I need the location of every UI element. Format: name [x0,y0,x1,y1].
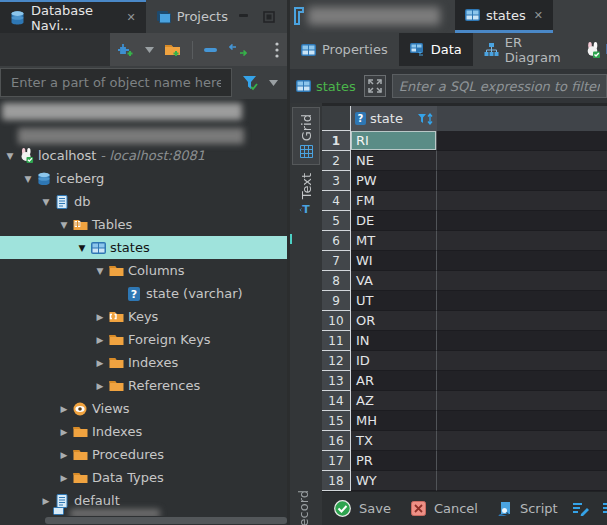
add-row-icon[interactable] [602,502,607,516]
tree-item-data-types[interactable]: ▶Data Types [0,466,287,489]
tree-item-iceberg[interactable]: ▼iceberg [0,167,287,190]
collapse-arrow-icon[interactable]: ▼ [3,151,17,161]
collapse-arrow-icon[interactable]: ▼ [39,197,53,207]
row-number[interactable]: 17 [322,451,351,471]
new-connection-icon[interactable] [118,42,135,58]
column-filter-sort-icon[interactable] [418,113,433,125]
tree-item-columns[interactable]: ▼Columns [0,259,287,282]
tree-item-views[interactable]: ▶Views [0,397,287,420]
minimize-icon[interactable] [238,12,249,22]
expand-arrow-icon[interactable]: ▶ [57,473,71,483]
tree-item-localhost[interactable]: ▼localhost- localhost:8081 [0,144,287,167]
row-number[interactable]: 6 [322,231,351,251]
tree-item-indexes[interactable]: ▶Indexes [0,351,287,374]
cell-state[interactable]: PR [351,451,437,471]
record-toggle[interactable]: Record [296,490,311,525]
expand-arrow-icon[interactable]: ▶ [57,404,71,414]
edit-rows-icon[interactable] [572,502,590,516]
cell-state[interactable]: ID [351,351,437,371]
expand-arrow-icon[interactable]: ▶ [93,335,107,345]
tab-states-editor[interactable]: states ✕ [455,0,553,33]
cancel-button[interactable]: Cancel [405,501,484,516]
maximize-icon[interactable] [263,11,275,23]
tab-grid-presentation[interactable]: Grid [292,107,320,165]
dropdown-chevron-icon[interactable] [145,47,154,53]
overflow-menu-icon[interactable] [275,42,279,58]
cell-state[interactable]: TX [351,431,437,451]
collapse-arrow-icon[interactable]: ▼ [21,174,35,184]
row-number[interactable]: 15 [322,411,351,431]
new-project-icon[interactable] [164,42,182,57]
tab-er-diagram[interactable]: ER Diagram [473,33,585,66]
cell-state[interactable]: WY [351,471,437,491]
cell-state[interactable]: PW [351,171,437,191]
tree-item-state-varchar-[interactable]: ?state (varchar) [0,282,287,305]
row-number[interactable]: 2 [322,151,351,171]
row-number[interactable]: 10 [322,311,351,331]
sql-filter-input[interactable] [392,74,607,98]
tree-item-db[interactable]: ▼db [0,190,287,213]
tree-horizontal-scrollbar[interactable] [0,516,287,525]
save-button[interactable]: Save [328,500,397,517]
row-number[interactable]: 14 [322,391,351,411]
tree-item-foreign-keys[interactable]: ▶Foreign Keys [0,328,287,351]
cell-state[interactable]: RI [351,131,437,151]
collapse-arrow-icon[interactable]: ▼ [93,266,107,276]
collapse-arrow-icon[interactable]: ▼ [57,220,71,230]
tab-properties[interactable]: Properties [290,33,399,66]
row-number[interactable]: 12 [322,351,351,371]
cell-state[interactable]: UT [351,291,437,311]
filter-funnel-icon[interactable] [242,75,259,91]
cell-state[interactable]: DE [351,211,437,231]
search-options-chevron-icon[interactable] [269,80,278,86]
script-button[interactable]: Script [492,501,564,517]
expand-arrow-icon[interactable]: ▶ [93,381,107,391]
row-number[interactable]: 18 [322,471,351,491]
maximize-results-icon[interactable] [364,75,386,97]
cell-state[interactable]: NE [351,151,437,171]
cell-state[interactable]: OR [351,311,437,331]
tree-item-keys[interactable]: ▶Keys [0,305,287,328]
cell-state[interactable]: AZ [351,391,437,411]
row-number[interactable]: 9 [322,291,351,311]
cell-state[interactable]: AR [351,371,437,391]
close-icon[interactable]: ✕ [534,9,543,22]
tree-item-indexes[interactable]: ▶Indexes [0,420,287,443]
expand-arrow-icon[interactable]: ▶ [93,358,107,368]
tree-item-states[interactable]: ▼states [0,236,287,259]
cell-state[interactable]: VA [351,271,437,291]
grid-corner-cell[interactable] [322,106,351,131]
tab-data[interactable]: Data [399,33,473,66]
collapse-all-icon[interactable] [203,45,219,55]
tree-item-procedures[interactable]: ▶Procedures [0,443,287,466]
row-number[interactable]: 11 [322,331,351,351]
tree-item-tables[interactable]: ▼Tables [0,213,287,236]
close-icon[interactable]: ✕ [127,11,136,24]
tab-database-navigator[interactable]: Database Navi... ✕ [0,0,146,33]
tab-projects[interactable]: Projects [146,0,238,33]
row-number[interactable]: 3 [322,171,351,191]
expand-arrow-icon[interactable]: ▶ [93,312,107,322]
tab-text-presentation[interactable]: Text T [292,167,320,221]
link-with-editor-icon[interactable] [229,44,247,56]
cell-state[interactable]: MH [351,411,437,431]
row-number[interactable]: 4 [322,191,351,211]
tree-item-references[interactable]: ▶References [0,374,287,397]
cell-state[interactable]: MT [351,231,437,251]
collapse-arrow-icon[interactable]: ▼ [75,243,89,253]
cell-state[interactable]: IN [351,331,437,351]
scrollbar-thumb[interactable] [45,517,287,524]
row-number[interactable]: 16 [322,431,351,451]
row-number[interactable]: 13 [322,371,351,391]
cell-state[interactable]: WI [351,251,437,271]
expand-arrow-icon[interactable]: ▶ [39,496,53,506]
column-header-state[interactable]: ? state [351,106,437,131]
connection-indicator[interactable]: l [585,42,607,58]
cell-state[interactable]: FM [351,191,437,211]
row-number[interactable]: 5 [322,211,351,231]
expand-arrow-icon[interactable]: ▶ [57,450,71,460]
expand-arrow-icon[interactable]: ▶ [57,427,71,437]
row-number[interactable]: 7 [322,251,351,271]
row-number[interactable]: 8 [322,271,351,291]
object-search-input[interactable] [0,68,232,97]
